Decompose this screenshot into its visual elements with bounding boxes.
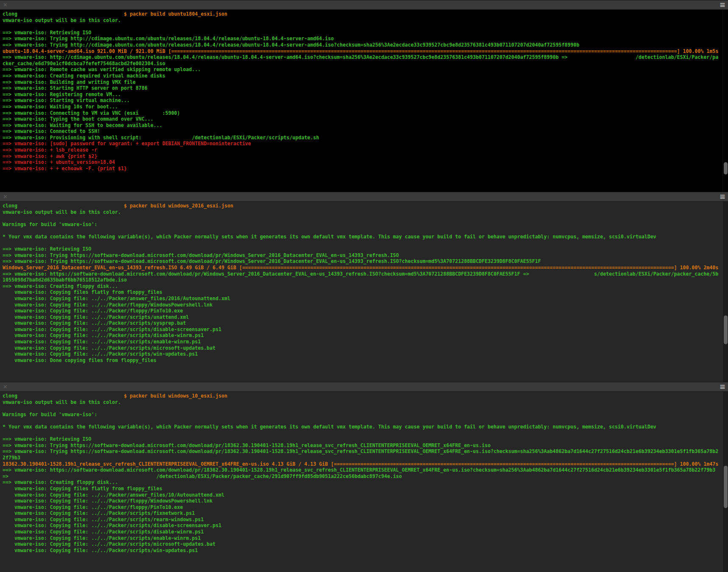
terminal-output[interactable]: clong $ packer build ubuntu1804_esxi.jso… [0, 10, 728, 192]
terminal-line: ==> vmware-iso: Creating floppy disk... [3, 283, 728, 290]
terminal-line: vmware-iso: Copying file: ../../Packer/s… [3, 339, 728, 345]
terminal-line: * Your vmx data contains the following v… [3, 424, 728, 430]
terminal-line: ==> vmware-iso: Retrieving ISO [3, 246, 728, 252]
terminal-line: vmware-iso: Copying file: ../../Packer/a… [3, 296, 728, 302]
terminal-line: ==> vmware-iso: Trying https://software-… [3, 442, 728, 449]
pane-titlebar[interactable]: ✕ ≡ [0, 382, 728, 392]
terminal-line: ==> vmware-iso: Creating required virtua… [3, 73, 728, 79]
close-icon[interactable]: ✕ [3, 384, 8, 390]
terminal-output[interactable]: clong $ packer build windows_10_esxi.jso… [0, 392, 728, 572]
terminal-line: 1055098d7ba8d2d635babf6bb76518512afbde.i… [3, 277, 728, 283]
terminal-line: ==> vmware-iso: Trying http://cdimage.ub… [3, 42, 728, 48]
terminal-line: ==> vmware-iso: Starting HTTP server on … [3, 85, 728, 91]
terminal-line: vmware-iso: Copying file: ../../Packer/f… [3, 308, 728, 314]
terminal-line: vmware-iso: Copying file: ../../Packer/s… [3, 547, 728, 554]
terminal-line: ==> vmware-iso: Registering remote VM... [3, 91, 728, 98]
terminal-line: vmware-iso: Copying file: ../../Packer/s… [3, 522, 728, 529]
terminal-line: 2f79b3 [3, 455, 728, 461]
terminal-line: ==> vmware-iso: Connecting to VM via VNC… [3, 110, 728, 116]
terminal-line: ==> vmware-iso: + lsb_release -r [3, 147, 728, 153]
menu-icon[interactable]: ≡ [720, 193, 725, 200]
terminal-line: cker_cache/e6d790e1cf0dcbca7fefef75468ac… [3, 61, 728, 67]
terminal-line: ==> vmware-iso: Building and writing VMX… [3, 79, 728, 86]
terminal-line: ==> vmware-iso: Typing the boot command … [3, 116, 728, 122]
terminal-line: vmware-iso: Copying file: ../../Packer/s… [3, 529, 728, 535]
terminal-line: vmware-iso: Copying file: ../../Packer/f… [3, 504, 728, 511]
terminal-line: ==> vmware-iso: + awk {print $2} [3, 153, 728, 160]
terminal-line: ==> vmware-iso: Starting virtual machine… [3, 97, 728, 104]
terminator-window: ✕ ≡ clong $ packer build ubuntu1804_esxi… [0, 0, 728, 572]
scrollbar[interactable] [722, 10, 728, 192]
terminal-line: ==> vmware-iso: http://cdimage.ubuntu.co… [3, 54, 728, 61]
terminal-lines: clong $ packer build windows_10_esxi.jso… [0, 392, 728, 553]
terminal-line [3, 227, 728, 234]
scrollbar-thumb[interactable] [724, 466, 728, 508]
terminal-line [3, 430, 728, 437]
terminal-line: ubuntu-18.04.4-server-amd64.iso 921.00 M… [3, 48, 728, 55]
terminal-line [3, 23, 728, 30]
terminal-lines: clong $ packer build windows_2016_esxi.j… [0, 202, 728, 363]
terminal-line [3, 417, 728, 424]
terminal-line: ==> vmware-iso: Trying https://software-… [3, 252, 728, 259]
pane-titlebar[interactable]: ✕ ≡ [0, 0, 728, 10]
terminal-line: ==> vmware-iso: Creating floppy disk... [3, 479, 728, 486]
terminal-line: vmware-iso: Copying file: ../../Packer/a… [3, 492, 728, 498]
terminal-line: vmware-iso: Copying file: ../../Packer/s… [3, 326, 728, 333]
terminal-line: vmware-iso output will be in this color. [3, 209, 728, 216]
terminal-pane-windows10: ✕ ≡ clong $ packer build windows_10_esxi… [0, 382, 728, 572]
terminal-line: ==> vmware-iso: + + echoawk -F. {print $… [3, 166, 728, 172]
terminal-line: vmware-iso: Copying files flatly from fl… [3, 486, 728, 492]
terminal-line: ==> vmware-iso: + ubuntu_version=18.04 [3, 159, 728, 166]
terminal-line: ==> vmware-iso: Trying https://software-… [3, 448, 728, 455]
terminal-line: vmware-iso output will be in this color. [3, 399, 728, 406]
terminal-line: vmware-iso: Copying file: ../../Packer/s… [3, 510, 728, 517]
terminal-output[interactable]: clong $ packer build windows_2016_esxi.j… [0, 202, 728, 382]
scrollbar[interactable] [722, 392, 728, 572]
terminal-line: vmware-iso: Copying file: ../../Packer/s… [3, 351, 728, 357]
terminal-line: ==> vmware-iso: Retrieving ISO [3, 436, 728, 442]
terminal-line: Windows_Server_2016_Datacenter_EVAL_en-u… [3, 265, 728, 271]
close-icon[interactable]: ✕ [3, 2, 8, 8]
terminal-line: ==> vmware-iso: Connected to SSH! [3, 128, 728, 135]
terminal-line: vmware-iso: Copying file: ../../Packer/s… [3, 314, 728, 321]
terminal-line: ==> vmware-iso: Waiting 10s for boot... [3, 104, 728, 110]
terminal-line: vmware-iso: Copying file: ../../Packer/f… [3, 302, 728, 308]
terminal-line: vmware-iso: Copying file: ../../Packer/f… [3, 498, 728, 504]
terminal-line: Warnings for build 'vmware-iso': [3, 221, 728, 228]
terminal-line: * Your vmx data contains the following v… [3, 234, 728, 240]
terminal-line: Warnings for build 'vmware-iso': [3, 412, 728, 418]
terminal-line: vmware-iso: Copying file: ../../Packer/s… [3, 541, 728, 547]
close-icon[interactable]: ✕ [3, 194, 8, 199]
terminal-line: ==> vmware-iso: [sudo] password for vagr… [3, 141, 728, 147]
terminal-line: clong $ packer build windows_10_esxi.jso… [3, 393, 728, 399]
terminal-line: vmware-iso: Copying file: ../../Packer/s… [3, 332, 728, 339]
terminal-line: clong $ packer build windows_2016_esxi.j… [3, 203, 728, 209]
scrollbar-thumb[interactable] [724, 162, 728, 174]
terminal-line: vmware-iso: Done copying files from flop… [3, 357, 728, 364]
terminal-line [3, 215, 728, 221]
menu-icon[interactable]: ≡ [720, 384, 725, 390]
terminal-lines: clong $ packer build ubuntu1804_esxi.jso… [0, 10, 728, 171]
terminal-line: vmware-iso: Copying file: ../../Packer/s… [3, 517, 728, 523]
terminal-line: ==> vmware-iso: https://software-downloa… [3, 271, 728, 277]
terminal-line: ==> vmware-iso: Remote cache was verifie… [3, 66, 728, 73]
terminal-pane-windows2016: ✕ ≡ clong $ packer build windows_2016_es… [0, 192, 728, 382]
scrollbar-thumb[interactable] [724, 315, 728, 344]
terminal-line: vmware-iso: Copying file: ../../Packer/s… [3, 535, 728, 542]
terminal-line: ==> vmware-iso: Trying https://software-… [3, 258, 728, 265]
terminal-line: clong $ packer build ubuntu1804_esxi.jso… [3, 11, 728, 17]
terminal-line [3, 240, 728, 246]
scrollbar[interactable] [722, 202, 728, 382]
menu-icon[interactable]: ≡ [720, 2, 725, 8]
terminal-line: ==> vmware-iso: Waiting for SSH to becom… [3, 122, 728, 129]
terminal-line: ==> vmware-iso: Provisioning with shell … [3, 135, 728, 141]
pane-titlebar[interactable]: ✕ ≡ [0, 192, 728, 202]
terminal-pane-ubuntu1804: ✕ ≡ clong $ packer build ubuntu1804_esxi… [0, 0, 728, 192]
terminal-line: vmware-iso output will be in this color. [3, 17, 728, 24]
terminal-line: ==> vmware-iso: https://software-downloa… [3, 467, 728, 473]
terminal-line: 18362.30.190401-1528.19h1_release_svc_re… [3, 461, 728, 467]
terminal-line: ==> vmware-iso: Retrieving ISO [3, 30, 728, 36]
terminal-line: vmware-iso: Copying file: ../../Packer/s… [3, 345, 728, 351]
terminal-line: vmware-iso: Copying files flatly from fl… [3, 289, 728, 296]
terminal-line [3, 405, 728, 412]
